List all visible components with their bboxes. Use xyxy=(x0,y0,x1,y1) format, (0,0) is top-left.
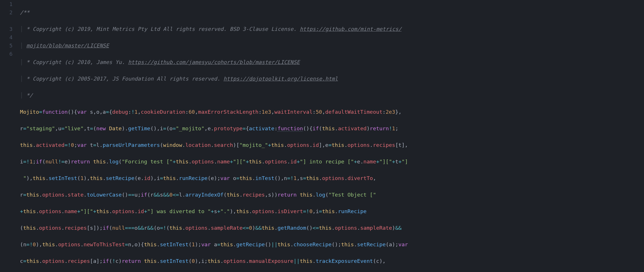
this: this xyxy=(240,175,252,181)
code-line[interactable]: Mojito=function(){var s,o,a={debug:!1,co… xyxy=(20,108,644,116)
this: this xyxy=(96,208,109,214)
line-number xyxy=(0,149,13,157)
this: this xyxy=(341,241,354,247)
function: runRecipe xyxy=(338,208,367,214)
string: "Forcing test [" xyxy=(122,159,172,165)
property: newToThisTest xyxy=(84,241,125,247)
comment-text: */ xyxy=(23,92,33,98)
property: manualExposure xyxy=(249,258,293,264)
this: this xyxy=(144,258,157,264)
function: log xyxy=(316,192,325,198)
this: this xyxy=(227,192,240,198)
comment-link[interactable]: https://dojotoolkit.org/license.html xyxy=(224,76,338,82)
property: options xyxy=(347,142,370,148)
function: inTest xyxy=(255,175,274,181)
property: options xyxy=(39,225,61,231)
property: id xyxy=(138,208,144,214)
this: this xyxy=(236,208,249,214)
property: options xyxy=(58,241,80,247)
property: name xyxy=(65,208,77,214)
property: activated xyxy=(338,125,367,131)
code-line[interactable]: c=this.options.recipes[a];if(!c)return t… xyxy=(20,257,644,265)
line-number: 6 xyxy=(0,50,13,58)
code-line[interactable]: │ * Copyright (c) 2019, Mint Metrics Pty… xyxy=(20,25,644,33)
property: recipes xyxy=(243,192,265,198)
property: options xyxy=(265,159,287,165)
this: this xyxy=(208,258,220,264)
string: "mojito_" xyxy=(240,142,268,148)
comment-link[interactable]: https://github.com/mint-metrics/ xyxy=(300,26,401,32)
keyword: if xyxy=(103,258,109,264)
code-line[interactable]: r=this.options.state.toLowerCase()==u;if… xyxy=(20,191,644,199)
function: getRecipe xyxy=(236,241,265,247)
this: this xyxy=(20,142,33,148)
property: recipes xyxy=(68,258,90,264)
line-number: 1 xyxy=(0,0,13,8)
keyword: if xyxy=(103,225,109,231)
property: debug xyxy=(112,109,128,115)
keyword: return xyxy=(122,258,141,264)
property: options xyxy=(192,159,214,165)
keyword: return xyxy=(277,192,297,198)
function: arrayIndexOf xyxy=(185,192,224,198)
keyword: function xyxy=(277,125,303,131)
line-number xyxy=(0,91,13,99)
function: parseUrlParameters xyxy=(103,142,160,148)
string: "_mojito" xyxy=(176,125,204,131)
comment-text: /** xyxy=(20,9,29,15)
line-number xyxy=(0,166,13,174)
keyword: new xyxy=(96,125,106,131)
function: setInTest xyxy=(160,241,188,247)
string: "." xyxy=(220,208,230,214)
comment-text: * Copyright (c) 2005-2017, JS Foundation… xyxy=(23,76,224,82)
code-line[interactable]: │ * Copyright (c) 2005-2017, JS Foundati… xyxy=(20,75,644,83)
code-line[interactable]: (this.options.recipes[s]);if(null===o&&r… xyxy=(20,224,644,232)
this: this xyxy=(319,225,332,231)
this: this xyxy=(23,208,36,214)
string: "][" xyxy=(233,159,246,165)
keyword: var xyxy=(201,241,211,247)
this: this xyxy=(26,258,39,264)
this: this xyxy=(300,258,313,264)
this: this xyxy=(170,225,182,231)
keyword: var xyxy=(399,241,408,247)
this: this xyxy=(262,225,275,231)
property: options xyxy=(185,225,208,231)
number: 50 xyxy=(316,109,322,115)
keyword: if xyxy=(141,192,147,198)
code-line[interactable]: i=!1;if(null!=e)return this.log("Forcing… xyxy=(20,157,644,166)
object: window xyxy=(163,142,182,148)
property: waitInterval xyxy=(274,109,313,115)
this: this xyxy=(306,175,319,181)
comment-link[interactable]: mojito/blob/master/LICENSE xyxy=(26,43,109,49)
number: 1e3 xyxy=(262,109,271,115)
identifier: Mojito xyxy=(20,109,39,115)
this: this xyxy=(332,142,345,148)
code-line[interactable]: "),this.setInTest(1),this.setRecipe(e.id… xyxy=(20,174,644,182)
code-line[interactable]: (n=!0),this.options.newToThisTest=n,o){t… xyxy=(20,240,644,249)
keyword: if xyxy=(36,159,42,165)
keyword: return xyxy=(370,125,389,131)
this: this xyxy=(33,175,46,181)
property: id xyxy=(290,159,297,165)
this: this xyxy=(26,192,39,198)
property: sampleRate xyxy=(211,225,242,231)
comment-link[interactable]: https://github.com/jamesyu/cohorts/blob/… xyxy=(128,59,300,65)
function: getRandom xyxy=(277,225,306,231)
line-number: 4 xyxy=(0,33,13,41)
code-editor[interactable]: 1 2 3 4 5 6 /** │ * Copyright (c) 2019, … xyxy=(0,0,644,272)
string: "] was diverted to " xyxy=(147,208,211,214)
code-line[interactable]: │ * Copyright (c) 2010, James Yu. https:… xyxy=(20,58,644,66)
line-number: 2 xyxy=(0,8,13,17)
code-line[interactable]: +this.options.name+"]["+this.options.id+… xyxy=(20,207,644,215)
code-line[interactable]: this.activated=!0;var t=l.parseUrlParame… xyxy=(20,141,644,149)
property: maxErrorStackLength xyxy=(198,109,259,115)
code-line[interactable]: │ mojito/blob/master/LICENSE xyxy=(20,41,644,50)
property: name xyxy=(217,159,230,165)
code-line[interactable]: r="staging",u="live",t=(new Date).getTim… xyxy=(20,124,644,133)
property: options xyxy=(42,192,65,198)
code-line[interactable]: /** xyxy=(20,8,644,17)
code-content[interactable]: /** │ * Copyright (c) 2019, Mint Metrics… xyxy=(20,0,644,272)
code-line[interactable]: │ */ xyxy=(20,91,644,99)
line-number: 3 xyxy=(0,25,13,33)
